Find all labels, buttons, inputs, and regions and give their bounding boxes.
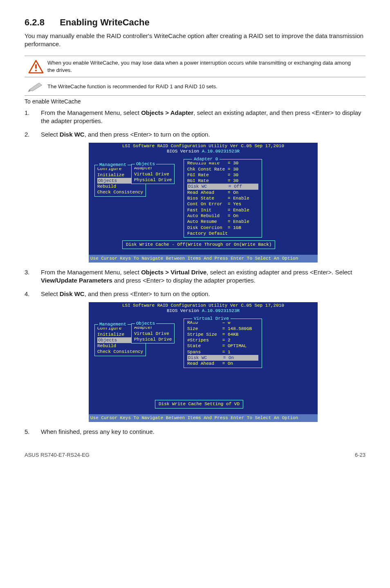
- status-box: Disk Write Cache Setting of VD: [155, 400, 243, 408]
- prop-row[interactable]: Size = 148.580GB: [187, 326, 258, 332]
- pencil-icon: [25, 81, 47, 92]
- info-text: The WriteCache function is recommended f…: [47, 83, 365, 90]
- prop-row[interactable]: Bios State = Enable: [187, 195, 258, 201]
- footer-right: 6-23: [355, 451, 365, 459]
- menu-item[interactable]: Rebuild: [97, 343, 143, 349]
- management-label: Management: [98, 321, 128, 327]
- adapter-properties[interactable]: Adapter 0 Rebuild Rate = 30 Chk Const Ra…: [184, 159, 262, 238]
- info-note: The WriteCache function is recommended f…: [25, 77, 365, 96]
- steps-list: From the Management Menu, select Objects…: [25, 109, 365, 436]
- svg-rect-1: [35, 64, 37, 68]
- step-1: From the Management Menu, select Objects…: [25, 109, 365, 126]
- prop-row[interactable]: Read Ahead = On: [187, 361, 258, 366]
- objects-label: Objects: [135, 321, 156, 326]
- bios-body: Management Configure Initialize Objects …: [89, 314, 318, 414]
- menu-item[interactable]: Physical Drive: [134, 337, 172, 342]
- prop-row[interactable]: Disk Coercion = 1GB: [187, 225, 258, 231]
- prop-row[interactable]: Stripe Size = 64KB: [187, 332, 258, 337]
- prop-row[interactable]: Fast Init = Enable: [187, 207, 258, 213]
- prop-row[interactable]: Auto Rebuild = On: [187, 213, 258, 219]
- section-title: Enabling WriteCache: [60, 17, 150, 27]
- step-3: From the Management Menu, select Objects…: [25, 268, 365, 285]
- menu-item[interactable]: Physical Drive: [134, 177, 172, 183]
- menu-item[interactable]: Virtual Drive: [134, 171, 172, 177]
- status-box: Disk Write Cache - Off(Write Through or …: [122, 240, 275, 249]
- bios-screenshot-adapter: LSI Software RAID Configuration Utility …: [89, 143, 318, 263]
- prop-row[interactable]: State = OPTIMAL: [187, 343, 258, 349]
- prop-row[interactable]: Cont On Error = Yes: [187, 201, 258, 207]
- subheading: To enable WriteCache: [25, 98, 365, 105]
- section-heading: 6.2.8 Enabling WriteCache: [25, 16, 365, 29]
- warning-icon: [25, 60, 47, 74]
- virtual-drive-properties[interactable]: Virtual Drive RAID = 0 Size = 148.580GB …: [184, 319, 262, 368]
- menu-item[interactable]: Check Consistency: [97, 189, 143, 195]
- vd-label: Virtual Drive: [192, 316, 231, 321]
- menu-item[interactable]: Virtual Drive: [134, 331, 172, 337]
- prop-row-selected[interactable]: Disk WC = On: [187, 355, 258, 361]
- prop-row-selected[interactable]: Disk WC = Off: [187, 184, 258, 189]
- step-5: When finished, press any key to continue…: [25, 428, 365, 436]
- warning-note: When you enable WriteCache, you may lose…: [25, 56, 365, 77]
- prop-row[interactable]: #Stripes = 2: [187, 337, 258, 343]
- menu-item[interactable]: Check Consistency: [97, 349, 143, 355]
- objects-menu[interactable]: Objects Adapter Virtual Drive Physical D…: [131, 323, 175, 343]
- footer-left: ASUS RS740-E7-RS24-EG: [25, 451, 90, 459]
- bios-body: Management Configure Initialize Objects …: [89, 155, 318, 255]
- menu-item[interactable]: Rebuild: [97, 184, 143, 189]
- step-2: Select Disk WC, and then press <Enter> t…: [25, 130, 365, 263]
- prop-row[interactable]: Read Ahead = On: [187, 190, 258, 195]
- objects-menu[interactable]: Objects Adapter Virtual Drive Physical D…: [131, 164, 175, 184]
- warning-text: When you enable WriteCache, you may lose…: [47, 59, 365, 74]
- bios-screenshot-virtual-drive: LSI Software RAID Configuration Utility …: [89, 302, 318, 422]
- prop-row[interactable]: Spans = 1: [187, 349, 258, 355]
- section-number: 6.2.8: [25, 16, 57, 29]
- prop-row[interactable]: Auto Resume = Enable: [187, 219, 258, 224]
- bios-footer: Use Cursor Keys To Navigate Between Item…: [89, 414, 318, 422]
- objects-label: Objects: [135, 161, 156, 167]
- intro-paragraph: You may manually enable the RAID control…: [25, 32, 365, 49]
- bios-title: LSI Software RAID Configuration Utility …: [89, 143, 318, 155]
- prop-row[interactable]: Factory Default: [187, 231, 258, 236]
- bios-title: LSI Software RAID Configuration Utility …: [89, 302, 318, 314]
- management-label: Management: [98, 162, 128, 168]
- svg-point-2: [35, 70, 37, 71]
- prop-row[interactable]: BGI Rate = 30: [187, 178, 258, 184]
- page-footer: ASUS RS740-E7-RS24-EG 6-23: [25, 448, 365, 459]
- adapter-label: Adapter 0: [192, 156, 220, 162]
- step-4: Select Disk WC, and then press <Enter> t…: [25, 290, 365, 422]
- bios-footer: Use Cursor Keys To Navigate Between Item…: [89, 255, 318, 263]
- prop-row[interactable]: Chk Const Rate = 30: [187, 166, 258, 172]
- prop-row[interactable]: FGI Rate = 30: [187, 172, 258, 178]
